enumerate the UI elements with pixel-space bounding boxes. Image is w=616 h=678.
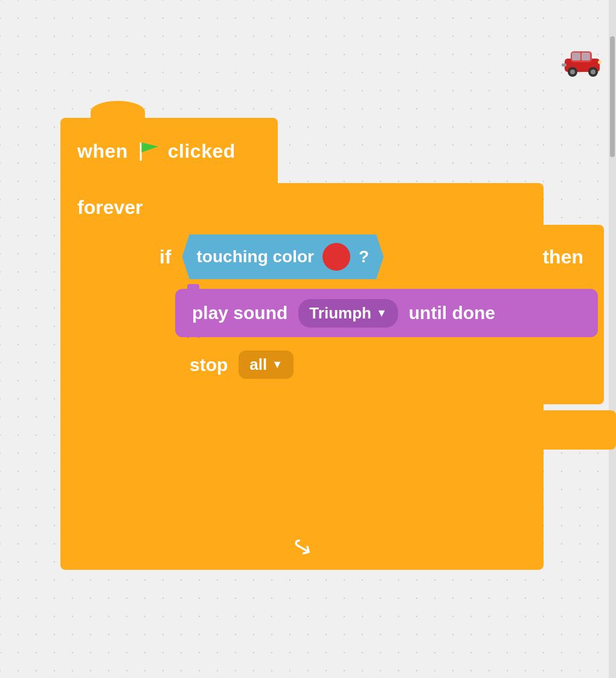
if-then-block[interactable]: if touching color ? then play sound bbox=[145, 225, 604, 404]
play-sound-text: play sound bbox=[192, 303, 287, 323]
forever-repeat-arrow-area: ↩ bbox=[60, 533, 544, 561]
svg-rect-3 bbox=[582, 53, 590, 60]
dropdown-arrow-icon: ▼ bbox=[376, 307, 387, 320]
all-text: all bbox=[249, 355, 267, 374]
stop-dropdown-arrow-icon: ▼ bbox=[272, 358, 283, 371]
touching-color-block[interactable]: touching color ? bbox=[182, 234, 384, 279]
scrollbar-thumb[interactable] bbox=[610, 36, 615, 157]
triumph-dropdown[interactable]: Triumph ▼ bbox=[298, 299, 397, 328]
forever-label: forever bbox=[60, 183, 544, 225]
then-text: then bbox=[542, 246, 589, 268]
when-clicked-block[interactable]: when clicked bbox=[60, 118, 278, 184]
if-text: if bbox=[159, 246, 172, 268]
if-row: if touching color ? then bbox=[145, 225, 604, 289]
question-mark: ? bbox=[359, 247, 369, 266]
clicked-text: clicked bbox=[168, 140, 236, 163]
touching-color-text: touching color bbox=[197, 247, 314, 266]
svg-point-8 bbox=[598, 60, 602, 64]
if-inner-blocks: play sound Triumph ▼ until done stop all… bbox=[175, 289, 604, 393]
svg-point-5 bbox=[570, 69, 575, 74]
svg-rect-9 bbox=[562, 63, 566, 66]
until-done-text: until done bbox=[409, 303, 495, 323]
green-flag-icon bbox=[136, 140, 159, 163]
blocks-container: when clicked forever if touching color ? bbox=[60, 118, 544, 570]
forever-block[interactable]: forever if touching color ? then bbox=[60, 183, 544, 570]
sprite-car bbox=[562, 45, 598, 76]
scrollbar[interactable] bbox=[609, 0, 616, 678]
svg-point-7 bbox=[591, 69, 595, 74]
stop-text: stop bbox=[190, 355, 228, 375]
forever-bottom-bar bbox=[72, 410, 616, 450]
stop-block[interactable]: stop all ▼ bbox=[175, 342, 368, 387]
forever-bottom-area bbox=[145, 410, 531, 453]
color-swatch-red[interactable] bbox=[322, 243, 350, 271]
triumph-text: Triumph bbox=[309, 304, 371, 323]
when-text: when bbox=[77, 140, 128, 163]
forever-inner: if touching color ? then play sound bbox=[145, 225, 531, 465]
svg-rect-2 bbox=[572, 53, 580, 60]
play-sound-block[interactable]: play sound Triumph ▼ until done bbox=[175, 289, 598, 337]
svg-rect-10 bbox=[140, 143, 141, 161]
svg-marker-12 bbox=[141, 143, 158, 152]
if-block-bottom-pad bbox=[145, 393, 604, 404]
repeat-arrow-icon: ↩ bbox=[286, 530, 318, 564]
all-dropdown[interactable]: all ▼ bbox=[239, 350, 294, 379]
